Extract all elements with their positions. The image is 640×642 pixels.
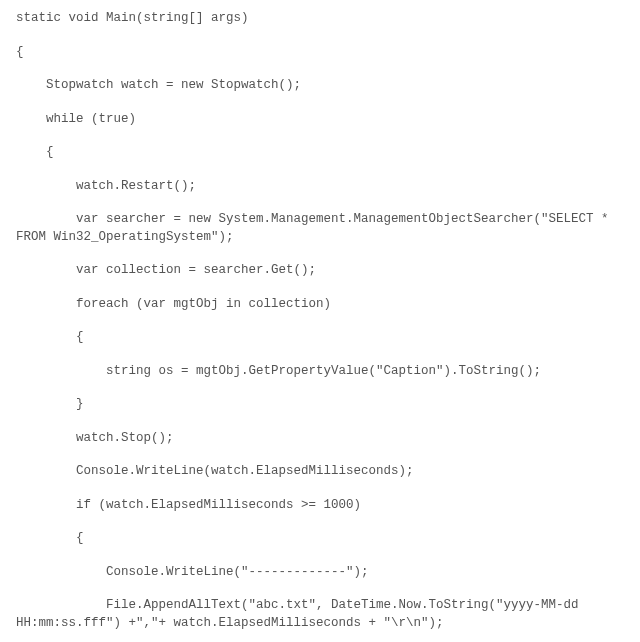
code-line: if (watch.ElapsedMilliseconds >= 1000) [16,497,624,515]
code-line: while (true) [16,111,624,129]
code-line: { [16,329,624,347]
code-block: static void Main(string[] args){ Stopwat… [16,10,624,642]
code-line: } [16,396,624,414]
code-line: File.AppendAllText("abc.txt", DateTime.N… [16,597,624,632]
code-line: var searcher = new System.Management.Man… [16,211,624,246]
code-line: foreach (var mgtObj in collection) [16,296,624,314]
code-line: { [16,44,624,62]
code-line: { [16,530,624,548]
code-line: string os = mgtObj.GetPropertyValue("Cap… [16,363,624,381]
code-line: watch.Stop(); [16,430,624,448]
code-line: static void Main(string[] args) [16,10,624,28]
code-line: Console.WriteLine("-------------"); [16,564,624,582]
code-line: { [16,144,624,162]
code-line: Console.WriteLine(watch.ElapsedMilliseco… [16,463,624,481]
code-line: Stopwatch watch = new Stopwatch(); [16,77,624,95]
code-line: watch.Restart(); [16,178,624,196]
code-line: var collection = searcher.Get(); [16,262,624,280]
